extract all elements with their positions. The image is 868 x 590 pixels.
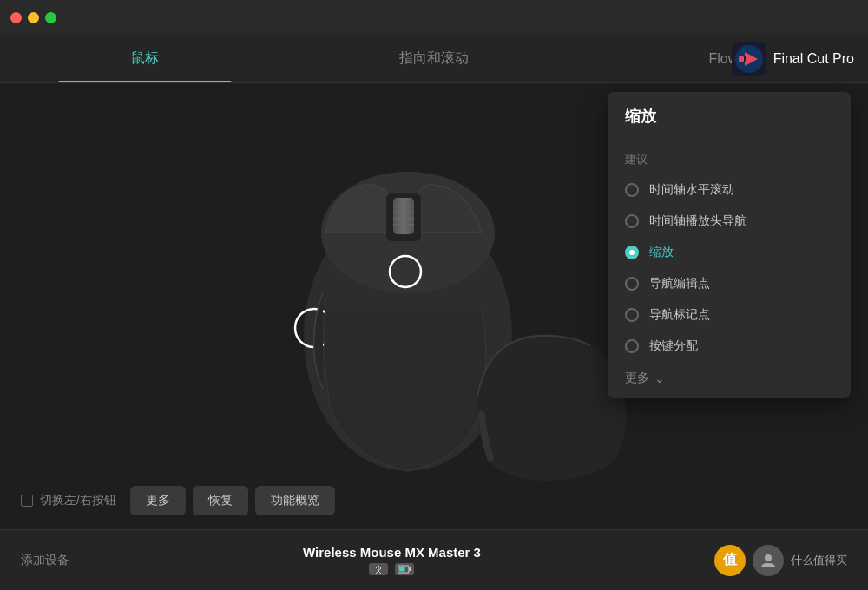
- radio-nav-edit: [625, 277, 639, 291]
- radio-zoom: [625, 246, 639, 259]
- watermark-person-icon: [753, 545, 784, 576]
- option-nav-marker[interactable]: 导航标记点: [608, 299, 851, 331]
- svg-rect-4: [739, 56, 744, 62]
- traffic-lights: [10, 12, 56, 23]
- radio-nav-marker: [625, 308, 639, 322]
- svg-rect-9: [393, 198, 414, 234]
- minimize-button[interactable]: [28, 12, 39, 23]
- title-bar: [0, 0, 868, 35]
- svg-point-20: [765, 554, 772, 561]
- dropdown-title: 缩放: [608, 92, 851, 141]
- dropdown-panel: 缩放 建议 时间轴水平滚动 时间轴播放头导航 缩放 导航编辑点 导航标记点 按键…: [608, 92, 851, 398]
- close-button[interactable]: [10, 12, 22, 23]
- maximize-button[interactable]: [45, 12, 56, 23]
- action-buttons: 更多 恢复 功能概览: [130, 486, 335, 515]
- svg-rect-18: [410, 567, 411, 571]
- device-icons: [303, 563, 481, 575]
- more-button[interactable]: 更多: [130, 486, 186, 515]
- add-device-button[interactable]: 添加设备: [21, 553, 69, 568]
- device-info: Wireless Mouse MX Master 3: [303, 545, 481, 575]
- app-info: Final Cut Pro: [732, 42, 854, 76]
- option-key-assign[interactable]: 按键分配: [608, 331, 851, 362]
- device-name: Wireless Mouse MX Master 3: [303, 545, 481, 560]
- option-zoom[interactable]: 缩放: [608, 237, 851, 268]
- tab-bar: 鼠标 指向和滚动 Flow Final Cut Pro: [0, 35, 868, 83]
- app-icon: [732, 42, 766, 76]
- watermark-badge: 值: [714, 545, 746, 576]
- restore-button[interactable]: 恢复: [193, 486, 248, 515]
- more-link[interactable]: 更多 ⌄: [608, 362, 851, 398]
- switch-buttons-checkbox[interactable]: 切换左/右按钮: [21, 493, 116, 508]
- option-timeline-scroll[interactable]: 时间轴水平滚动: [608, 174, 851, 206]
- overview-button[interactable]: 功能概览: [255, 486, 335, 515]
- radio-timeline-nav: [625, 214, 639, 228]
- bluetooth-icon: [369, 563, 388, 575]
- chevron-down-icon: ⌄: [654, 371, 665, 385]
- main-content: logi 缩放 建议: [0, 83, 868, 529]
- tab-pointer[interactable]: 指向和滚动: [289, 35, 578, 82]
- option-timeline-nav[interactable]: 时间轴播放头导航: [608, 206, 851, 237]
- option-nav-edit[interactable]: 导航编辑点: [608, 268, 851, 299]
- checkbox-icon: [21, 495, 33, 507]
- dropdown-section-label: 建议: [608, 141, 851, 174]
- radio-timeline-scroll: [625, 183, 639, 197]
- tab-mouse[interactable]: 鼠标: [0, 35, 289, 82]
- radio-key-assign: [625, 339, 639, 353]
- mouse-illustration: logi: [208, 120, 660, 493]
- svg-rect-19: [399, 567, 405, 572]
- battery-icon: [395, 563, 414, 575]
- watermark-text: 什么值得买: [791, 553, 847, 568]
- app-name: Final Cut Pro: [773, 51, 854, 67]
- bottom-controls: 切换左/右按钮 更多 恢复 功能概览: [0, 472, 868, 529]
- watermark: 值 什么值得买: [714, 545, 847, 576]
- footer: 添加设备 Wireless Mouse MX Master 3: [0, 529, 868, 590]
